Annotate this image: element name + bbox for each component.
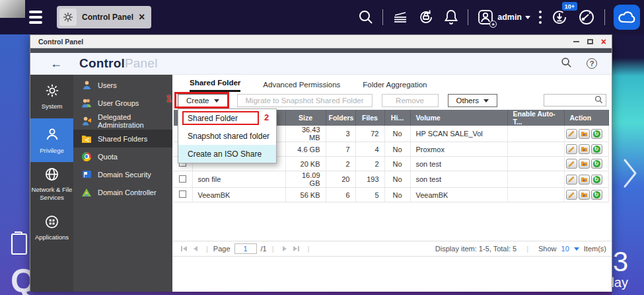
header-folders[interactable]: Folders <box>326 110 355 126</box>
tab-close-icon[interactable]: × <box>139 12 145 22</box>
help-icon[interactable]: ? <box>587 58 597 69</box>
taskbar-app-tab-control-panel[interactable]: Control Panel × <box>57 6 151 28</box>
update-count-badge: 10+ <box>562 2 577 11</box>
sidebar-item-privilege[interactable]: Privilege <box>30 118 73 162</box>
search-icon[interactable] <box>594 95 603 106</box>
sidebar-item-network-file-services[interactable]: Network & File Services <box>30 162 73 206</box>
first-page-icon[interactable] <box>181 246 187 251</box>
trash-icon[interactable] <box>9 228 29 258</box>
firmware-update-icon[interactable]: 10+ <box>550 8 569 26</box>
refresh-icon[interactable]: ↻ <box>591 144 602 154</box>
back-button[interactable]: ← <box>50 57 62 71</box>
menu-item-quota[interactable]: Quota <box>73 148 172 165</box>
search-icon[interactable] <box>358 9 374 25</box>
menu-item-user-groups[interactable]: User Groups <box>73 94 172 112</box>
header-volume[interactable]: Volume <box>410 110 507 126</box>
menu-item-domain-controller[interactable]: Domain Controller <box>73 183 172 201</box>
next-page-icon[interactable] <box>283 246 287 251</box>
table-search-input[interactable] <box>544 97 594 105</box>
table-row[interactable]: son file 16.09 GB 20 193 No son test <box>174 171 608 188</box>
menu-item-label: Domain Security <box>98 171 151 179</box>
row-checkbox[interactable] <box>179 190 186 198</box>
edit-permissions-folder-icon[interactable] <box>579 190 590 200</box>
show-count-select[interactable]: 10 <box>561 245 569 253</box>
cell-volume: son test <box>410 157 507 171</box>
resource-monitor-gauge-icon[interactable] <box>577 9 596 26</box>
header-files[interactable]: Files <box>355 110 384 126</box>
last-page-icon[interactable] <box>293 246 299 251</box>
cell-size: 36.43 MB <box>285 126 326 142</box>
slide-panel-chevron-icon[interactable] <box>622 157 639 192</box>
page-number-input[interactable] <box>234 243 257 254</box>
maximize-button[interactable] <box>587 39 593 44</box>
edit-properties-icon[interactable] <box>566 144 577 154</box>
user-menu[interactable]: ★ admin <box>477 9 530 26</box>
cell-name: VeeamBK <box>192 188 285 202</box>
row-checkbox[interactable] <box>179 175 186 183</box>
previous-page-icon[interactable] <box>194 246 197 251</box>
chevron-down-icon[interactable] <box>574 247 579 251</box>
more-options-kebab-icon[interactable] <box>539 11 542 24</box>
header-enable-auto[interactable]: Enable Auto-T... <box>507 110 564 126</box>
admin-username: admin <box>497 13 522 22</box>
notifications-bell-icon[interactable] <box>443 9 459 26</box>
tab-folder-aggregation[interactable]: Folder Aggregation <box>363 81 427 92</box>
refresh-icon[interactable]: ↻ <box>591 129 602 139</box>
dropdown-item-shared-folder[interactable]: Shared Folder 2 <box>178 109 276 127</box>
chevron-down-icon <box>483 99 489 103</box>
refresh-icon[interactable]: ↻ <box>591 175 602 185</box>
menu-item-shared-folders[interactable]: Shared Folders <box>73 130 172 148</box>
menu-item-delegated-administration[interactable]: Delegated Administration <box>73 112 172 130</box>
admin-star-badge: ★ <box>489 21 497 28</box>
pagination-bar: | Page /1 | | Display item: 1-5, Total: … <box>172 241 612 257</box>
header-hidden[interactable]: Hi... <box>384 110 410 126</box>
sync-status-icon[interactable] <box>417 9 435 26</box>
edit-properties-icon[interactable] <box>566 190 577 200</box>
system-gear-icon <box>45 83 59 99</box>
refresh-icon[interactable]: ↻ <box>591 190 602 200</box>
edit-permissions-folder-icon[interactable] <box>579 144 590 154</box>
sidebar-item-system[interactable]: System <box>30 75 73 118</box>
minimize-button[interactable] <box>573 41 579 42</box>
tab-shared-folder[interactable]: Shared Folder <box>190 79 240 92</box>
main-menu-icon[interactable] <box>29 11 42 24</box>
table-search-box[interactable] <box>544 94 606 106</box>
menu-item-domain-security[interactable]: Domain Security <box>73 165 172 183</box>
create-button[interactable]: Create <box>178 94 228 107</box>
menu-item-users[interactable]: Users <box>73 76 172 94</box>
edit-permissions-folder-icon[interactable] <box>579 159 590 169</box>
edit-properties-icon[interactable] <box>566 159 577 169</box>
cell-hidden: No <box>384 142 410 157</box>
header-size[interactable]: Size <box>285 110 326 126</box>
migrate-button[interactable]: Migrate to Snapshot Shared Folder <box>237 94 373 107</box>
header-action[interactable]: Action <box>564 110 608 126</box>
cell-files: 193 <box>355 171 384 188</box>
edit-permissions-folder-icon[interactable] <box>579 175 590 185</box>
cell-volume: son test <box>410 171 507 188</box>
myqnapcloud-icon[interactable] <box>614 5 640 30</box>
cell-folders: 7 <box>326 142 355 157</box>
close-button[interactable]: × <box>601 38 606 46</box>
tab-advanced-permissions[interactable]: Advanced Permissions <box>263 81 340 92</box>
cell-folders: 2 <box>326 157 355 171</box>
divider <box>604 9 605 25</box>
sidebar-item-label: Network & File Services <box>30 186 73 201</box>
background-tasks-icon[interactable] <box>392 9 409 25</box>
window-titlebar[interactable]: Control Panel × <box>30 35 612 48</box>
edit-properties-icon[interactable] <box>566 129 577 139</box>
edit-permissions-folder-icon[interactable] <box>579 129 590 139</box>
dropdown-item-create-iso-share[interactable]: Create an ISO Share <box>178 145 276 163</box>
others-button[interactable]: Others <box>448 94 498 107</box>
user-groups-icon <box>81 98 92 108</box>
refresh-icon[interactable]: ↻ <box>591 159 602 169</box>
menu-item-label: Delegated Administration <box>98 113 172 129</box>
cell-enable-auto <box>507 126 564 142</box>
remove-button[interactable]: Remove <box>382 94 439 107</box>
header-search-icon[interactable] <box>561 57 572 71</box>
cell-size: 56 KB <box>285 188 326 202</box>
table-row[interactable]: VeeamBK 56 KB 6 5 No VeeamBK ↻ <box>174 188 608 202</box>
dropdown-item-snapshot-shared-folder[interactable]: Snapshot shared folder <box>178 127 276 145</box>
annotation-step1: 1 <box>166 93 172 104</box>
sidebar-item-applications[interactable]: Applications <box>30 206 73 249</box>
edit-properties-icon[interactable] <box>566 175 577 185</box>
